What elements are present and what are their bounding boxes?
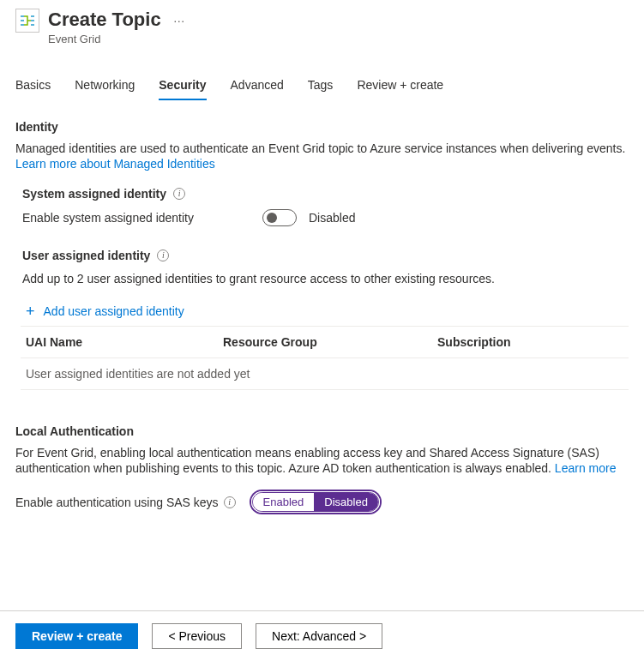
- col-resource-group: Resource Group: [223, 335, 437, 349]
- previous-button[interactable]: < Previous: [152, 623, 242, 649]
- user-identity-description: Add up to 2 user assigned identities to …: [15, 271, 629, 286]
- identity-description: Managed identities are used to authentic…: [15, 141, 629, 171]
- footer: Review + create < Previous Next: Advance…: [0, 610, 644, 661]
- learn-more-local-auth-link[interactable]: Learn more: [555, 461, 617, 475]
- review-create-button[interactable]: Review + create: [15, 623, 138, 649]
- svg-rect-0: [21, 15, 24, 17]
- svg-rect-2: [21, 24, 24, 26]
- svg-rect-4: [31, 20, 34, 21]
- system-identity-toggle[interactable]: [262, 209, 297, 226]
- page-header: Create Topic … Event Grid: [15, 9, 629, 45]
- create-topic-page: Create Topic … Event Grid Basics Network…: [0, 0, 644, 661]
- identity-heading: Identity: [15, 120, 629, 134]
- info-icon[interactable]: i: [224, 496, 236, 508]
- system-identity-row: Enable system assigned identity Disabled: [15, 209, 629, 226]
- sas-disabled-option[interactable]: Disabled: [314, 493, 378, 511]
- tab-networking[interactable]: Networking: [75, 69, 135, 100]
- system-identity-toggle-label: Enable system assigned identity: [22, 211, 262, 225]
- sas-keys-label: Enable authentication using SAS keys: [15, 496, 224, 509]
- svg-rect-5: [31, 24, 34, 26]
- service-name: Event Grid: [48, 33, 187, 45]
- tab-tags[interactable]: Tags: [308, 69, 334, 100]
- tab-basics[interactable]: Basics: [15, 69, 51, 100]
- tab-security[interactable]: Security: [159, 69, 206, 100]
- user-identity-heading: User assigned identity i: [22, 249, 629, 262]
- tabs: Basics Networking Security Advanced Tags…: [15, 69, 629, 101]
- local-auth-description: For Event Grid, enabling local authentic…: [15, 445, 629, 476]
- svg-rect-3: [31, 15, 34, 17]
- sas-keys-segmented: Enabled Disabled: [251, 491, 380, 513]
- col-subscription: Subscription: [437, 335, 623, 349]
- local-auth-heading: Local Authentication: [15, 424, 629, 438]
- next-button[interactable]: Next: Advanced >: [256, 623, 382, 649]
- system-identity-heading: System assigned identity i: [22, 187, 629, 201]
- col-uai-name: UAI Name: [26, 335, 223, 349]
- more-icon[interactable]: …: [173, 11, 187, 28]
- tab-advanced[interactable]: Advanced: [231, 69, 284, 100]
- learn-more-identity-link[interactable]: Learn more about Managed Identities: [15, 157, 215, 171]
- sas-keys-row: Enable authentication using SAS keys i E…: [15, 491, 629, 513]
- page-title: Create Topic: [48, 9, 161, 31]
- add-user-identity-button[interactable]: + Add user assigned identity: [21, 297, 629, 327]
- plus-icon: +: [26, 303, 35, 319]
- svg-rect-1: [21, 20, 24, 21]
- user-identity-table: UAI Name Resource Group Subscription Use…: [21, 327, 629, 390]
- system-identity-toggle-state: Disabled: [309, 211, 355, 225]
- table-empty-row: User assigned identities are not added y…: [21, 358, 629, 390]
- sas-enabled-option[interactable]: Enabled: [253, 493, 315, 511]
- info-icon[interactable]: i: [157, 249, 169, 261]
- tab-review[interactable]: Review + create: [357, 69, 443, 100]
- event-grid-icon: [15, 9, 39, 33]
- info-icon[interactable]: i: [173, 188, 185, 200]
- table-header: UAI Name Resource Group Subscription: [21, 327, 629, 358]
